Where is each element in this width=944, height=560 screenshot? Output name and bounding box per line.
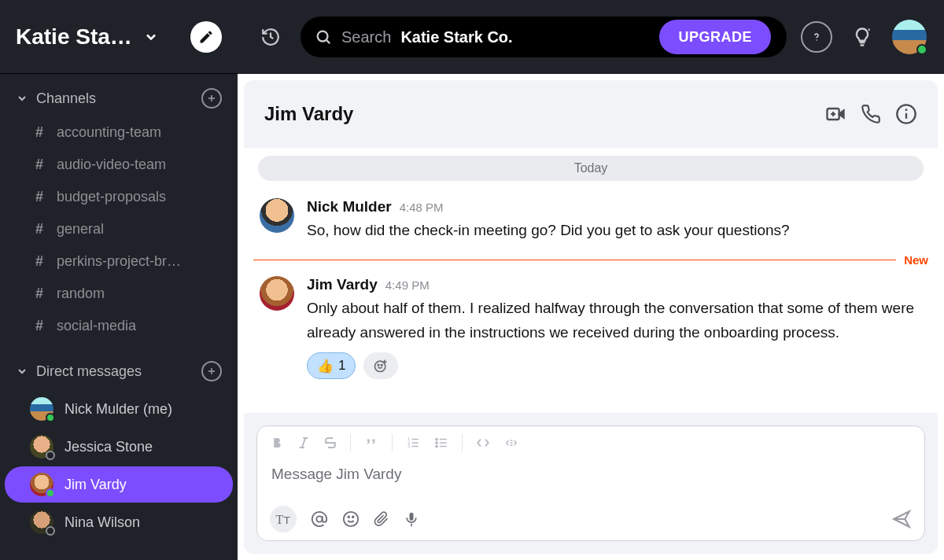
code-button[interactable] [475,436,491,450]
chevron-down-icon[interactable] [143,29,159,45]
org-name: Katie Sta… [16,24,132,50]
idea-icon[interactable] [846,21,878,53]
sidebar-dm-item[interactable]: Nina Wilson [5,504,233,540]
svg-point-12 [905,109,908,111]
dm-section-header[interactable]: Direct messages [0,347,238,389]
sidebar: Katie Sta… Channels #accounting-team#aud… [0,0,238,560]
upgrade-button[interactable]: UPGRADE [659,20,771,54]
message-text: Only about half of them. I realized half… [307,297,922,344]
video-call-icon[interactable] [824,103,846,125]
svg-point-13 [375,361,385,371]
svg-point-15 [382,365,383,367]
formatting-toggle-button[interactable]: Tᴛ [270,506,297,532]
composer-actions: Tᴛ [257,497,924,540]
emoji-button[interactable] [342,510,360,528]
phone-call-icon[interactable] [861,104,881,124]
svg-point-14 [378,365,380,367]
dm-label: Jim Vardy [65,477,127,493]
dm-label: Direct messages [36,363,194,380]
ordered-list-button[interactable]: 123 [405,436,421,450]
user-avatar[interactable] [892,20,927,54]
message-author[interactable]: Nick Mulder [307,198,392,216]
mic-button[interactable] [404,510,419,528]
avatar[interactable] [260,276,294,311]
message: Nick Mulder4:48 PMSo, how did the check-… [253,192,928,249]
sidebar-dm-item[interactable]: Jessica Stone [5,429,233,465]
add-reaction-button[interactable] [363,352,398,379]
avatar[interactable] [260,198,294,233]
dm-label: Nick Mulder (me) [65,401,172,418]
send-button[interactable] [891,509,912,529]
mention-button[interactable] [311,510,328,528]
reaction-emoji: 👍 [317,358,334,374]
composer-input[interactable]: Message Jim Vardy [257,459,924,497]
presence-indicator [46,451,55,460]
svg-point-39 [348,516,349,518]
hash-icon: # [33,124,46,141]
svg-point-32 [436,442,437,444]
unordered-list-button[interactable] [433,436,449,450]
avatar [30,510,53,534]
avatar [30,435,53,459]
codeblock-button[interactable] [503,436,519,450]
search-label: Search [341,28,391,46]
svg-point-31 [436,438,437,440]
presence-indicator [916,44,927,55]
svg-point-38 [344,512,358,526]
svg-point-37 [316,516,322,521]
sidebar-dm-item[interactable]: Nick Mulder (me) [5,391,233,427]
bold-button[interactable] [270,436,284,450]
svg-point-33 [436,445,437,447]
sidebar-channel-item[interactable]: #random [0,278,238,310]
reaction[interactable]: 👍1 [307,352,356,379]
compose-button[interactable] [190,21,222,53]
attach-button[interactable] [374,510,389,528]
svg-line-5 [326,40,330,43]
add-dm-button[interactable] [201,361,222,381]
sidebar-channel-item[interactable]: #budget-proposals [0,181,238,213]
chevron-down-icon [16,365,28,378]
message-area[interactable]: Today Nick Mulder4:48 PMSo, how did the … [238,148,944,413]
avatar [30,397,53,421]
message-author[interactable]: Jim Vardy [307,276,378,293]
message-time: 4:48 PM [400,201,444,214]
sidebar-channel-item[interactable]: #general [0,213,238,245]
channel-label: audio-video-team [57,157,166,173]
channel-label: accounting-team [57,124,161,141]
add-channel-button[interactable] [201,88,222,109]
message-text: So, how did the check-in meeting go? Did… [307,219,922,242]
channel-label: social-media [57,318,136,334]
history-icon[interactable] [255,21,286,53]
dm-label: Nina Wilson [65,514,140,531]
avatar [30,473,53,496]
sidebar-dm-item[interactable]: Jim Vardy [5,466,233,503]
presence-indicator [46,413,55,422]
presence-indicator [46,488,55,498]
svg-text:3: 3 [407,444,410,448]
help-icon[interactable] [801,21,832,53]
hash-icon: # [33,221,46,238]
org-header[interactable]: Katie Sta… [0,0,238,74]
sidebar-channel-item[interactable]: #audio-video-team [0,149,238,181]
svg-point-4 [318,31,328,42]
channel-label: general [57,221,104,238]
hash-icon: # [33,286,46,302]
chevron-down-icon [16,92,28,105]
sidebar-channel-item[interactable]: #social-media [0,310,238,342]
sidebar-channel-item[interactable]: #accounting-team [0,116,238,149]
info-icon[interactable] [895,103,917,125]
hash-icon: # [33,157,46,173]
channels-section-header[interactable]: Channels [0,74,238,116]
hash-icon: # [33,318,46,334]
new-divider: New [253,253,928,267]
main: Search Katie Stark Co. UPGRADE Jim Vardy [238,0,944,560]
strikethrough-button[interactable] [323,436,337,450]
message-time: 4:49 PM [385,278,430,292]
italic-button[interactable] [297,436,311,450]
sidebar-channel-item[interactable]: #perkins-project-br… [0,245,238,278]
svg-point-40 [352,516,354,518]
conversation-title: Jim Vardy [264,103,810,125]
hash-icon: # [33,189,46,205]
quote-button[interactable] [363,436,379,450]
search-input[interactable]: Search Katie Stark Co. UPGRADE [301,17,787,57]
